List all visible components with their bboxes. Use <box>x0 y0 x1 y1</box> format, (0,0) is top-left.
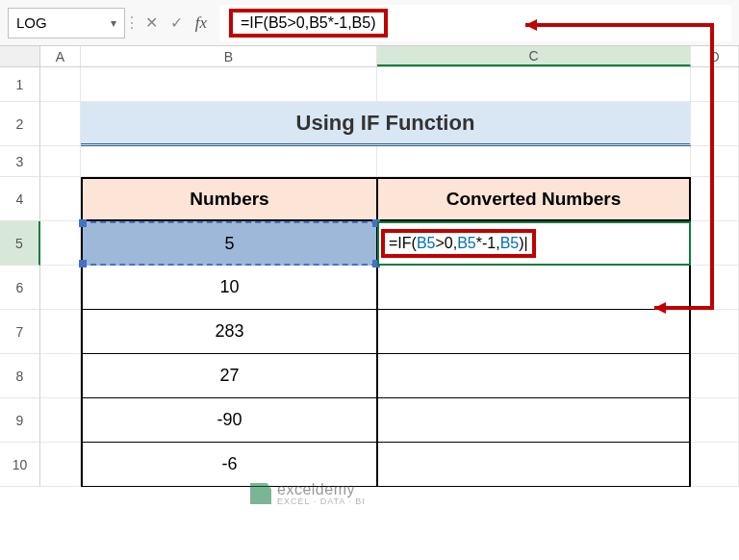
fx-button[interactable]: fx <box>189 11 214 36</box>
formula-text: =IF(B5>0,B5*-1,B5) <box>229 9 388 38</box>
col-header-d[interactable]: D <box>691 46 739 66</box>
chevron-down-icon[interactable]: ▾ <box>111 16 116 30</box>
cell-c8[interactable] <box>377 354 691 398</box>
cell-b8[interactable]: 27 <box>81 354 377 398</box>
cell-d10[interactable] <box>691 443 739 487</box>
cell-a6[interactable] <box>40 266 81 310</box>
column-headers: A B C D <box>0 46 739 67</box>
row-header-9[interactable]: 9 <box>0 398 40 443</box>
cell-d5[interactable] <box>691 221 739 266</box>
cell-b5[interactable]: 5 <box>81 221 377 266</box>
cell-b9[interactable]: -90 <box>81 398 377 443</box>
header-numbers[interactable]: Numbers <box>81 177 377 221</box>
cell-d3[interactable] <box>691 146 739 177</box>
cell-b5-value: 5 <box>224 234 234 254</box>
cell-c1[interactable] <box>377 67 691 102</box>
cell-d2[interactable] <box>691 102 739 146</box>
formula-input[interactable]: =IF(B5>0,B5*-1,B5) <box>219 5 731 41</box>
col-header-b[interactable]: B <box>81 46 377 66</box>
row-header-7[interactable]: 7 <box>0 310 40 354</box>
cell-b3[interactable] <box>81 146 377 177</box>
row-header-8[interactable]: 8 <box>0 354 40 398</box>
cell-d9[interactable] <box>691 398 739 443</box>
cell-a7[interactable] <box>40 310 81 354</box>
cell-d1[interactable] <box>691 67 739 102</box>
cell-a1[interactable] <box>40 67 81 102</box>
confirm-button[interactable]: ✓ <box>164 11 189 36</box>
row-header-4[interactable]: 4 <box>0 177 40 221</box>
cell-c5-active[interactable]: =IF(B5>0,B5*-1,B5)| <box>377 221 691 266</box>
cell-a5[interactable] <box>40 221 81 266</box>
watermark-tagline: EXCEL · DATA · BI <box>277 496 366 506</box>
cell-a4[interactable] <box>40 177 81 221</box>
spreadsheet-grid: A B C D 1 2 3 4 5 6 7 8 9 10 <box>0 46 739 487</box>
cell-d7[interactable] <box>691 310 739 354</box>
cell-b7[interactable]: 283 <box>81 310 377 354</box>
row-header-5[interactable]: 5 <box>0 221 40 266</box>
cell-c9[interactable] <box>377 398 691 443</box>
cancel-button[interactable]: ✕ <box>139 11 164 36</box>
watermark-logo-icon <box>250 483 271 504</box>
cell-c10[interactable] <box>377 443 691 487</box>
row-header-2[interactable]: 2 <box>0 102 40 146</box>
cell-title[interactable]: Using IF Function <box>81 102 691 146</box>
cell-c3[interactable] <box>377 146 691 177</box>
cell-a3[interactable] <box>40 146 81 177</box>
name-box-value: LOG <box>16 14 47 31</box>
row-header-6[interactable]: 6 <box>0 266 40 310</box>
select-all-corner[interactable] <box>0 46 40 66</box>
row-header-10[interactable]: 10 <box>0 443 40 487</box>
col-header-a[interactable]: A <box>40 46 81 66</box>
row-header-3[interactable]: 3 <box>0 146 40 177</box>
row-headers: 1 2 3 4 5 6 7 8 9 10 <box>0 67 40 487</box>
cell-d8[interactable] <box>691 354 739 398</box>
cell-a2[interactable] <box>40 102 81 146</box>
cell-a8[interactable] <box>40 354 81 398</box>
header-converted[interactable]: Converted Numbers <box>377 177 691 221</box>
cell-c5-formula: =IF(B5>0,B5*-1,B5)| <box>381 229 536 258</box>
col-header-c[interactable]: C <box>377 46 691 66</box>
cells-area: Using IF Function Numbers Converted Numb… <box>40 67 739 487</box>
name-box[interactable]: LOG ▾ <box>8 8 125 38</box>
cell-c6[interactable] <box>377 266 691 310</box>
cell-d6[interactable] <box>691 266 739 310</box>
cell-a10[interactable] <box>40 443 81 487</box>
formula-bar: LOG ▾ ⋮ ✕ ✓ fx =IF(B5>0,B5*-1,B5) <box>0 0 739 46</box>
cell-d4[interactable] <box>691 177 739 221</box>
cell-b1[interactable] <box>81 67 377 102</box>
watermark: exceldemy EXCEL · DATA · BI <box>250 481 366 506</box>
cell-a9[interactable] <box>40 398 81 443</box>
row-header-1[interactable]: 1 <box>0 67 40 102</box>
cell-c7[interactable] <box>377 310 691 354</box>
separator-icon: ⋮ <box>125 13 139 32</box>
cell-b6[interactable]: 10 <box>81 266 377 310</box>
